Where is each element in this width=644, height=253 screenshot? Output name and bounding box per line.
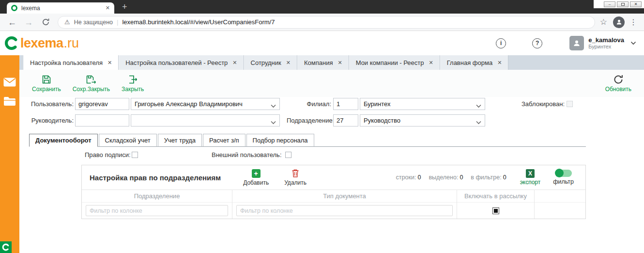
- chevron-down-icon[interactable]: [271, 119, 276, 126]
- column-mailing-title[interactable]: Включать в рассылку: [457, 190, 534, 203]
- tab-employee[interactable]: Сотрудник ✕: [244, 55, 297, 70]
- filter-toggle[interactable]: фильтр: [553, 170, 574, 185]
- excel-icon: X: [526, 169, 535, 178]
- department-label: Подразделение:: [287, 114, 331, 126]
- refresh-button[interactable]: Обновить: [605, 74, 631, 93]
- sign-right-checkbox[interactable]: [132, 152, 138, 158]
- selected-counter: выделено:0: [429, 174, 463, 181]
- tab-label: Настройка пользователя: [30, 59, 103, 66]
- user-login-input[interactable]: [75, 98, 129, 110]
- department-code-input[interactable]: [333, 114, 358, 126]
- blocked-checkbox[interactable]: [567, 101, 573, 107]
- user-label: Пользователь:: [24, 98, 74, 110]
- toggle-track[interactable]: [555, 170, 572, 177]
- tab-close-icon[interactable]: ✕: [286, 60, 291, 66]
- mail-icon[interactable]: [0, 78, 19, 87]
- not-secure-label[interactable]: Не защищено: [74, 19, 113, 26]
- branch-code-input[interactable]: [333, 98, 358, 110]
- section-tab-docflow[interactable]: Документооборот: [29, 134, 98, 147]
- close-form-icon: [127, 75, 138, 84]
- new-tab-button[interactable]: +: [122, 2, 127, 12]
- app-header: lexema.ru i ? e_kamalova Буринтех: [0, 31, 644, 55]
- chevron-down-icon[interactable]: [476, 102, 481, 110]
- section-tab-payroll[interactable]: Расчет з/п: [203, 134, 245, 147]
- delete-row-button[interactable]: Удалить: [284, 169, 307, 186]
- add-row-button[interactable]: + Добавить: [243, 169, 269, 186]
- manager-label: Руководитель:: [24, 114, 74, 126]
- close-button[interactable]: Закрыть: [122, 75, 144, 93]
- tab-label: Компания: [304, 59, 333, 66]
- tab-close-icon[interactable]: ✕: [429, 60, 433, 66]
- flags-row: Право подписи: Внешний пользователь:: [19, 151, 644, 160]
- help-icon[interactable]: ?: [532, 38, 542, 48]
- form-toolbar: Сохранить Сохр.Закрыть Закрыть Обнов: [19, 70, 644, 97]
- browser-menu-icon[interactable]: ⋮: [629, 17, 637, 27]
- not-secure-warning-icon[interactable]: ⚠: [64, 18, 70, 26]
- omnibox-separator: |: [117, 18, 118, 26]
- minimize-button[interactable]: –: [604, 1, 615, 7]
- branch-select[interactable]: Буринтех: [360, 98, 485, 110]
- tab-company[interactable]: Компания ✕: [297, 55, 349, 70]
- user-avatar-icon: [569, 36, 584, 50]
- logo-text: lexema: [20, 36, 63, 51]
- user-menu[interactable]: e_kamalova Буринтех: [569, 36, 636, 50]
- folder-icon[interactable]: [0, 96, 19, 106]
- column-department-title[interactable]: Подразделение: [82, 190, 232, 203]
- mailing-indeterminate-checkbox[interactable]: [492, 207, 499, 214]
- info-icon[interactable]: i: [496, 38, 506, 48]
- browser-tab[interactable]: lexema ✕: [7, 2, 114, 14]
- section-tabs-bar: Документооборот Складской учет Учет труд…: [29, 134, 586, 147]
- branch-label: Филиал:: [291, 98, 331, 110]
- department-select[interactable]: Руководство: [360, 114, 485, 126]
- rows-counter-label: строки:: [396, 174, 416, 181]
- browser-profile-icon[interactable]: [613, 16, 625, 28]
- save-button[interactable]: Сохранить: [32, 75, 61, 93]
- document-tabs-bar: Настройка пользователя ✕ Настройка польз…: [19, 55, 644, 70]
- user-fullname-select[interactable]: Григорьев Александр Владимирович: [131, 98, 280, 110]
- external-user-checkbox[interactable]: [285, 152, 291, 158]
- excel-export-button[interactable]: X экспорт: [520, 169, 541, 186]
- column-mailing: Включать в рассылку: [457, 190, 535, 219]
- bookmark-star-icon[interactable]: ☆: [600, 17, 607, 27]
- grid-counters: строки:0 выделено:0 в фильтре:0: [396, 174, 506, 181]
- tab-users-registry[interactable]: Настройка пользователей - Реестр ✕: [119, 55, 244, 70]
- column-doc-type-title[interactable]: Тип документа: [232, 190, 457, 203]
- url-text[interactable]: lexema8.burintekh.local/#/view/UserCompa…: [122, 18, 275, 26]
- user-company: Буринтех: [588, 44, 624, 50]
- window-close-button[interactable]: ✕: [630, 1, 642, 7]
- chevron-down-icon[interactable]: [271, 102, 276, 110]
- reload-icon[interactable]: [42, 18, 50, 26]
- manager-select[interactable]: [131, 114, 280, 126]
- tab-main-form[interactable]: Главная форма ✕: [440, 55, 509, 70]
- tab-close-icon[interactable]: ✕: [337, 60, 342, 66]
- empty-filter-cell: [535, 203, 585, 219]
- url-input[interactable]: ⚠ Не защищено | lexema8.burintekh.local/…: [58, 16, 595, 29]
- export-label: экспорт: [520, 179, 541, 186]
- chevron-down-icon[interactable]: [630, 41, 636, 45]
- sidebar-lexema-logo-icon[interactable]: [0, 241, 12, 253]
- doc-type-filter-input[interactable]: [236, 205, 453, 216]
- section-tab-warehouse[interactable]: Складской учет: [99, 134, 157, 147]
- lexema-logo[interactable]: lexema.ru: [3, 35, 79, 51]
- tab-user-settings[interactable]: Настройка пользователя ✕: [23, 55, 119, 70]
- manager-code-input[interactable]: [75, 114, 129, 126]
- address-bar: ← → ⚠ Не защищено | lexema8.burintekh.lo…: [0, 14, 644, 31]
- forward-icon[interactable]: →: [24, 18, 33, 27]
- tab-close-icon[interactable]: ✕: [107, 60, 112, 66]
- external-user-label: Внешний пользователь:: [212, 151, 282, 158]
- section-tab-labor[interactable]: Учет труда: [158, 134, 202, 147]
- browser-titlebar: lexema ✕ + – ✕: [0, 0, 644, 14]
- save-close-button[interactable]: Сохр.Закрыть: [73, 75, 110, 93]
- tab-close-icon[interactable]: ✕: [497, 60, 502, 66]
- chevron-down-icon[interactable]: [476, 119, 481, 126]
- maximize-button[interactable]: [617, 1, 629, 7]
- selected-counter-value: 0: [460, 174, 463, 181]
- browser-tab-title: lexema: [21, 5, 102, 12]
- section-tab-recruiting[interactable]: Подбор персонала: [246, 134, 314, 147]
- tab-my-companies-registry[interactable]: Мои компании - Реестр ✕: [349, 55, 440, 70]
- browser-tab-close-icon[interactable]: ✕: [106, 5, 110, 11]
- doc-type-filter-cell: [232, 203, 457, 219]
- department-filter-input[interactable]: [86, 205, 228, 216]
- back-icon[interactable]: ←: [8, 18, 16, 27]
- tab-close-icon[interactable]: ✕: [232, 60, 237, 66]
